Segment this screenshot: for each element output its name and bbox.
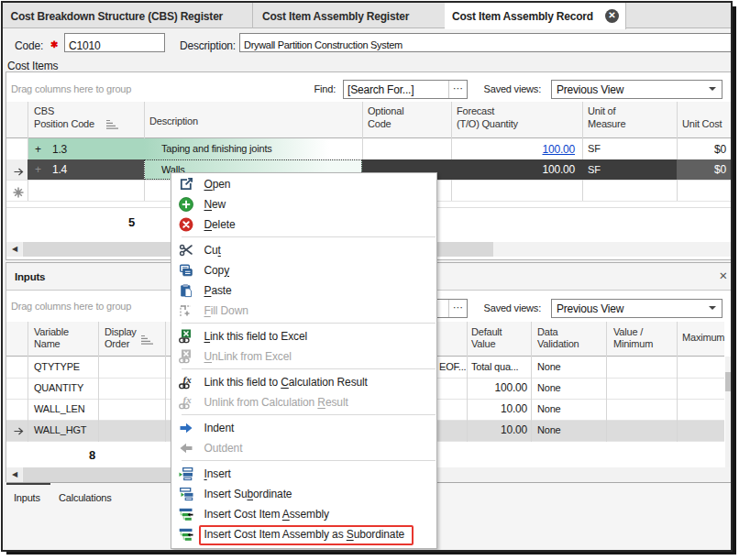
svg-text:fx: fx (183, 395, 193, 405)
svg-text:fx: fx (183, 375, 193, 385)
